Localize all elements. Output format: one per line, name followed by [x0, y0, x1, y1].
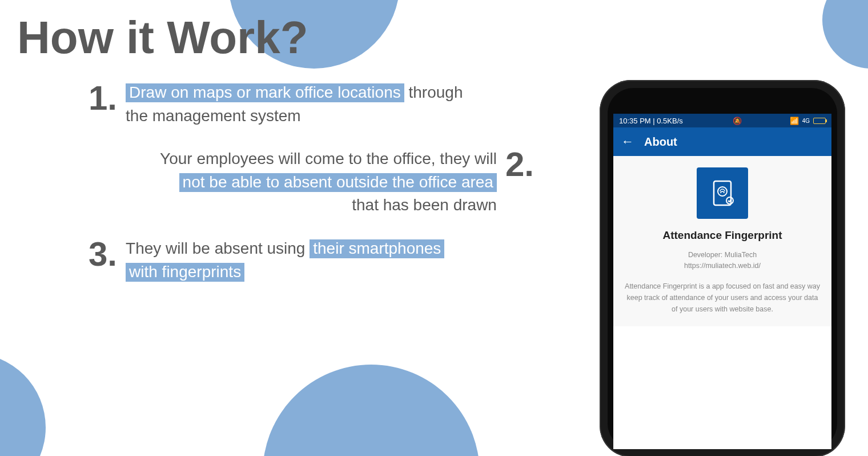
step-1: 1. Draw on maps or mark office locations… — [80, 81, 571, 127]
step-2: 2. Your employees will come to the offic… — [17, 147, 542, 217]
step-text: Draw on maps or mark office locations th… — [126, 81, 463, 127]
step-number: 1. — [89, 81, 117, 115]
developer-url[interactable]: https://muliatech.web.id/ — [624, 261, 821, 271]
decorative-circle — [0, 353, 46, 456]
app-icon — [697, 167, 748, 219]
signal-icon: 📶 — [790, 117, 799, 125]
step-text: They will be absent using their smartpho… — [126, 237, 444, 283]
phone-screen: 10:35 PM | 0.5KB/s 🔕 📶 4G ← About — [613, 114, 831, 449]
status-bar: 10:35 PM | 0.5KB/s 🔕 📶 4G — [613, 114, 831, 127]
status-time: 10:35 PM | 0.5KB/s — [619, 117, 683, 125]
highlight: with fingerprints — [126, 263, 244, 282]
app-meta: Developer: MuliaTech https://muliatech.w… — [624, 250, 821, 271]
about-body: Attendance Fingerprint Developer: MuliaT… — [613, 156, 831, 326]
decorative-circle — [822, 0, 868, 69]
battery-icon — [813, 118, 826, 124]
step-3: 3. They will be absent using their smart… — [80, 237, 571, 283]
highlight: their smartphones — [310, 239, 444, 258]
page-title: How it Work? — [17, 11, 571, 64]
app-bar: ← About — [613, 127, 831, 156]
phone-mockup: 10:35 PM | 0.5KB/s 🔕 📶 4G ← About — [600, 80, 845, 456]
highlight: Draw on maps or mark office locations — [126, 83, 404, 102]
app-name: Attendance Fingerprint — [624, 229, 821, 242]
main-content: How it Work? 1. Draw on maps or mark off… — [0, 0, 571, 283]
appbar-title: About — [644, 135, 677, 149]
app-description: Attendance Fingerprint is a app focused … — [624, 281, 821, 315]
highlight: not be able to absent outside the office… — [179, 173, 497, 192]
status-right: 📶 4G — [790, 117, 826, 125]
network-icon: 4G — [802, 118, 810, 124]
step-number: 2. — [505, 147, 534, 182]
step-text: Your employees will come to the office, … — [160, 147, 497, 217]
step-number: 3. — [89, 237, 117, 271]
decorative-circle — [263, 365, 480, 456]
mute-icon: 🔕 — [733, 117, 742, 125]
developer-label: Developer: MuliaTech — [624, 250, 821, 261]
back-icon[interactable]: ← — [621, 134, 634, 149]
